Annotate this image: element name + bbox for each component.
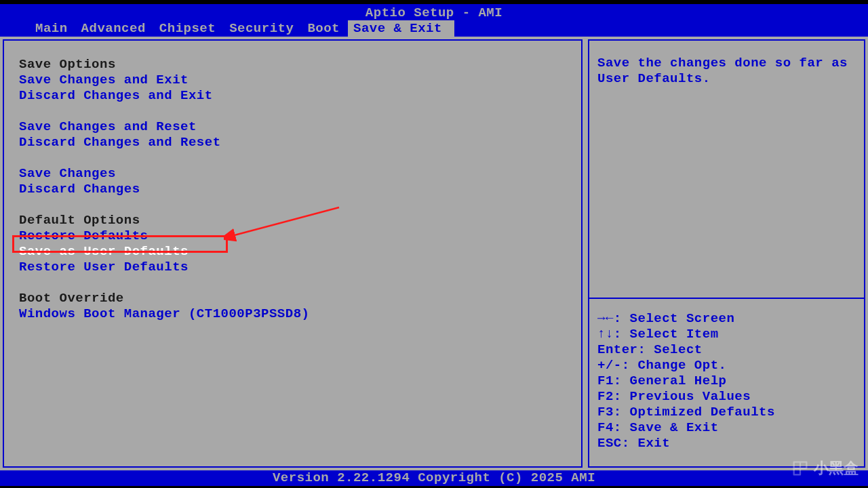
- tab-main[interactable]: Main: [30, 20, 76, 37]
- watermark-text: 小黑盒: [814, 458, 859, 479]
- item-save-as-user-defaults[interactable]: Save as User Defaults: [19, 244, 191, 260]
- tab-advanced[interactable]: Advanced: [76, 20, 154, 37]
- help-panel: Save the changes done so far as User Def…: [588, 39, 865, 468]
- legend-f3: F3: Optimized Defaults: [597, 405, 856, 420]
- item-save-changes-exit[interactable]: Save Changes and Exit: [19, 73, 566, 88]
- item-restore-user-defaults[interactable]: Restore User Defaults: [19, 260, 566, 275]
- group-heading-default-options: Default Options: [19, 213, 566, 228]
- version-text: Version 2.22.1294 Copyright (C) 2025 AMI: [273, 470, 595, 485]
- legend-enter: Enter: Select: [597, 342, 856, 358]
- legend-change-opt: +/-: Change Opt.: [597, 358, 856, 373]
- footer-bar: Version 2.22.1294 Copyright (C) 2025 AMI: [0, 470, 868, 486]
- legend-f4: F4: Save & Exit: [597, 420, 856, 436]
- item-discard-changes-reset[interactable]: Discard Changes and Reset: [19, 135, 566, 150]
- help-text: Save the changes done so far as User Def…: [589, 41, 864, 298]
- group-heading-save-options: Save Options: [19, 57, 566, 73]
- header-bar: Aptio Setup - AMI Main Advanced Chipset …: [0, 4, 868, 37]
- key-legend: →←: Select Screen ↑↓: Select Item Enter:…: [589, 299, 864, 466]
- watermark-logo-icon: [791, 459, 810, 478]
- item-boot-override-windows[interactable]: Windows Boot Manager (CT1000P3PSSD8): [19, 306, 566, 322]
- watermark: 小黑盒: [791, 458, 859, 479]
- tab-boot[interactable]: Boot: [302, 20, 348, 37]
- bios-title: Aptio Setup - AMI: [0, 4, 868, 20]
- legend-select-item: ↑↓: Select Item: [597, 327, 856, 342]
- item-discard-changes[interactable]: Discard Changes: [19, 182, 566, 197]
- item-save-changes[interactable]: Save Changes: [19, 166, 566, 182]
- item-discard-changes-exit[interactable]: Discard Changes and Exit: [19, 88, 566, 104]
- tab-save-exit[interactable]: Save & Exit: [348, 20, 454, 37]
- item-save-changes-reset[interactable]: Save Changes and Reset: [19, 119, 566, 135]
- item-restore-defaults[interactable]: Restore Defaults: [19, 228, 566, 244]
- menu-panel: Save Options Save Changes and Exit Disca…: [3, 39, 583, 468]
- group-heading-boot-override: Boot Override: [19, 291, 566, 306]
- legend-f1: F1: General Help: [597, 373, 856, 389]
- legend-esc: ESC: Exit: [597, 436, 856, 451]
- tab-chipset[interactable]: Chipset: [154, 20, 224, 37]
- tab-strip: Main Advanced Chipset Security Boot Save…: [0, 20, 868, 37]
- legend-select-screen: →←: Select Screen: [597, 311, 856, 327]
- tab-security[interactable]: Security: [224, 20, 302, 37]
- legend-f2: F2: Previous Values: [597, 389, 856, 405]
